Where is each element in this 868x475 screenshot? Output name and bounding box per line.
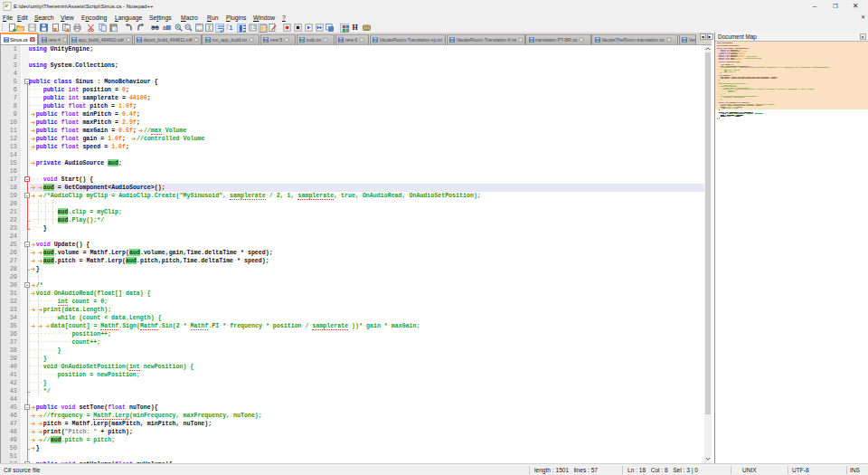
svg-text:1: 1 <box>229 24 232 31</box>
svg-text:a: a <box>163 24 166 31</box>
